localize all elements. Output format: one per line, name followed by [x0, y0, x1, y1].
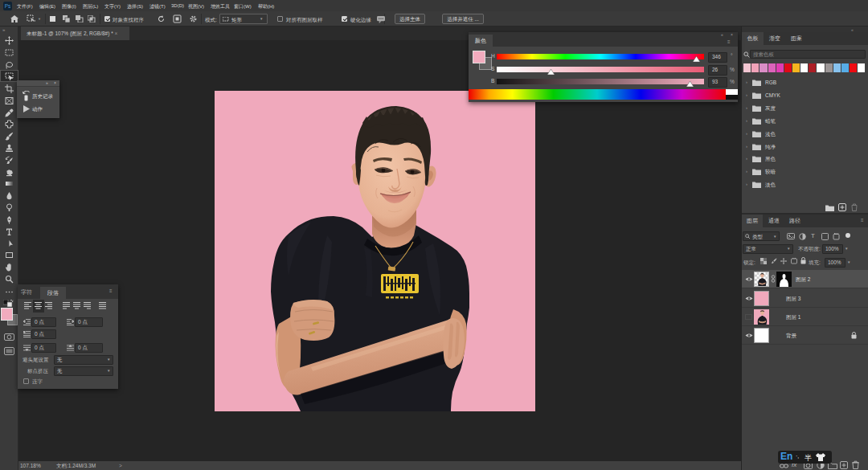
svg-text:Ps: Ps [5, 3, 11, 9]
